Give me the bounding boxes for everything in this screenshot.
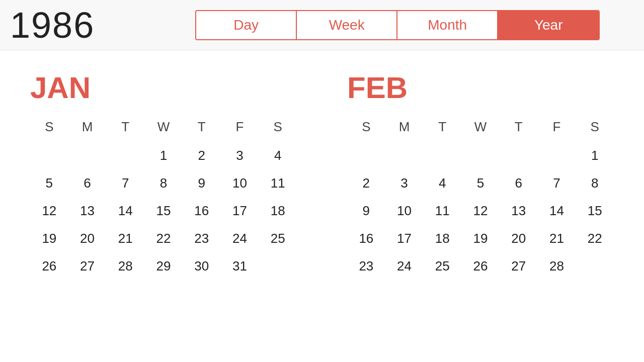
day-cell[interactable]: 10 (221, 171, 259, 195)
day-cell[interactable]: 15 (144, 199, 183, 223)
day-cell[interactable]: 25 (259, 227, 297, 250)
day-header-s1: S (30, 115, 68, 139)
day-cell[interactable] (385, 144, 424, 167)
day-cell[interactable]: 14 (106, 199, 144, 223)
day-cell[interactable]: 16 (347, 227, 385, 250)
day-cell[interactable] (576, 254, 614, 278)
day-cell[interactable]: 3 (385, 171, 424, 195)
day-cell[interactable]: 28 (106, 254, 144, 278)
day-headers-jan: S M T W T F S (30, 115, 297, 139)
day-cell[interactable]: 6 (68, 171, 107, 195)
day-headers-feb: S M T W T F S (347, 115, 614, 139)
tab-week[interactable]: Week (297, 11, 397, 39)
day-cell[interactable] (30, 144, 68, 167)
day-cell[interactable]: 30 (183, 254, 221, 278)
day-cell[interactable]: 10 (385, 199, 424, 223)
day-cell[interactable] (68, 144, 107, 167)
day-cell[interactable]: 25 (423, 254, 461, 278)
calendar-grid-jan: S M T W T F S 12345678910111213141516171… (30, 115, 297, 278)
day-cell[interactable]: 19 (30, 227, 68, 250)
day-cell[interactable]: 26 (30, 254, 68, 278)
day-cell[interactable]: 21 (538, 227, 576, 250)
calendar-january: JAN S M T W T F S 1234567891011121314151… (30, 70, 297, 278)
day-cell[interactable] (423, 144, 461, 167)
day-header-w1: W (144, 115, 183, 139)
day-cell[interactable]: 27 (500, 254, 538, 278)
day-cell[interactable]: 26 (461, 254, 500, 278)
day-cell[interactable]: 12 (461, 199, 500, 223)
day-cell[interactable]: 27 (68, 254, 107, 278)
day-cell[interactable]: 19 (461, 227, 500, 250)
day-cell[interactable]: 23 (347, 254, 385, 278)
day-cell[interactable]: 23 (183, 227, 221, 250)
day-cell[interactable]: 11 (423, 199, 461, 223)
day-cell[interactable]: 31 (221, 254, 259, 278)
day-cell[interactable]: 11 (259, 171, 297, 195)
day-cell[interactable]: 1 (576, 144, 614, 167)
tab-month[interactable]: Month (397, 11, 498, 39)
month-title-feb: FEB (347, 70, 614, 105)
day-cell[interactable]: 5 (461, 171, 500, 195)
year-display: 1986 (10, 5, 95, 46)
day-cell[interactable]: 17 (385, 227, 424, 250)
day-header-s3: S (347, 115, 385, 139)
day-cell[interactable]: 13 (68, 199, 107, 223)
day-cell[interactable]: 15 (576, 199, 614, 223)
calendar-february: FEB S M T W T F S 1234567891011121314151… (347, 70, 614, 278)
calendar-grid-feb: S M T W T F S 12345678910111213141516171… (347, 115, 614, 278)
tab-day[interactable]: Day (196, 11, 297, 39)
day-header-m1: M (68, 115, 107, 139)
day-header-t2: T (183, 115, 221, 139)
day-cell[interactable]: 4 (259, 144, 297, 167)
tab-year[interactable]: Year (498, 11, 599, 39)
day-cell[interactable]: 12 (30, 199, 68, 223)
day-cell[interactable]: 7 (106, 171, 144, 195)
day-cell[interactable]: 28 (538, 254, 576, 278)
day-cell[interactable]: 29 (144, 254, 183, 278)
day-cell[interactable]: 24 (385, 254, 424, 278)
day-cell[interactable] (461, 144, 500, 167)
day-header-t4: T (500, 115, 538, 139)
day-cell[interactable] (500, 144, 538, 167)
month-title-jan: JAN (30, 70, 297, 105)
day-cell[interactable]: 22 (144, 227, 183, 250)
day-header-f1: F (221, 115, 259, 139)
day-cell[interactable]: 20 (500, 227, 538, 250)
day-cell[interactable]: 4 (423, 171, 461, 195)
day-cell[interactable] (347, 144, 385, 167)
day-cell[interactable]: 18 (259, 199, 297, 223)
day-cell[interactable]: 24 (221, 227, 259, 250)
day-cell[interactable] (538, 144, 576, 167)
calendars-container: JAN S M T W T F S 1234567891011121314151… (0, 50, 644, 298)
day-cell[interactable]: 6 (500, 171, 538, 195)
view-tabs: Day Week Month Year (195, 10, 600, 40)
day-cell[interactable]: 22 (576, 227, 614, 250)
day-cell[interactable]: 8 (144, 171, 183, 195)
day-cell[interactable] (106, 144, 144, 167)
day-cell[interactable]: 9 (183, 171, 221, 195)
day-cell[interactable]: 5 (30, 171, 68, 195)
day-cell[interactable]: 8 (576, 171, 614, 195)
calendar-days-feb: 1234567891011121314151617181920212223242… (347, 144, 614, 278)
day-cell[interactable]: 2 (347, 171, 385, 195)
day-cell[interactable]: 3 (221, 144, 259, 167)
day-cell[interactable]: 1 (144, 144, 183, 167)
day-cell[interactable]: 16 (183, 199, 221, 223)
header: 1986 Day Week Month Year (0, 0, 644, 50)
calendar-days-jan: 1234567891011121314151617181920212223242… (30, 144, 297, 278)
day-header-m2: M (385, 115, 424, 139)
day-cell[interactable]: 17 (221, 199, 259, 223)
day-header-t3: T (423, 115, 461, 139)
day-cell[interactable]: 13 (500, 199, 538, 223)
day-cell[interactable]: 18 (423, 227, 461, 250)
day-cell[interactable]: 7 (538, 171, 576, 195)
day-cell[interactable]: 14 (538, 199, 576, 223)
day-header-s4: S (576, 115, 614, 139)
day-cell[interactable]: 21 (106, 227, 144, 250)
day-header-f2: F (538, 115, 576, 139)
day-cell[interactable]: 9 (347, 199, 385, 223)
day-cell[interactable]: 2 (183, 144, 221, 167)
day-cell[interactable] (259, 254, 297, 278)
day-header-s2: S (259, 115, 297, 139)
day-cell[interactable]: 20 (68, 227, 107, 250)
